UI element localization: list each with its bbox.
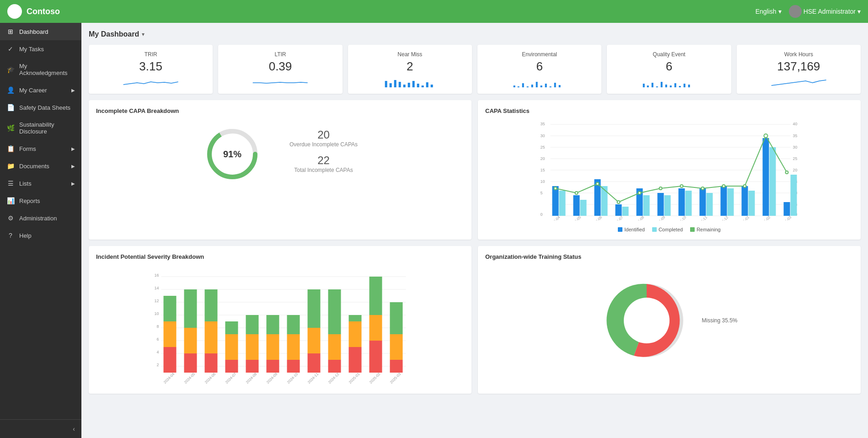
chevron-down-icon[interactable]: ▾: [142, 31, 145, 37]
kpi-card-quality-event[interactable]: Quality Event 6: [607, 45, 731, 94]
svg-rect-145: [287, 360, 300, 373]
topnav-right: English ▾ HSE Administrator ▾: [755, 5, 861, 18]
top-navigation: Contoso English ▾ HSE Administrator ▾: [0, 0, 868, 23]
svg-rect-14: [522, 83, 524, 87]
capa-breakdown-card: Incomplete CAPA Breakdown 91% 20 Overdue…: [89, 100, 472, 240]
svg-rect-63: [552, 186, 559, 216]
svg-rect-3: [394, 80, 396, 87]
missing-label: Missing 35.5%: [702, 317, 737, 324]
svg-rect-31: [679, 86, 681, 87]
sidebar-item-reports[interactable]: 📊 Reports: [0, 192, 81, 209]
svg-rect-127: [164, 347, 177, 373]
breadcrumb: My Dashboard ▾: [89, 30, 861, 38]
svg-rect-32: [684, 84, 686, 87]
sidebar-item-lists[interactable]: ☰ Lists ▶: [0, 175, 81, 192]
svg-rect-2: [389, 83, 391, 87]
svg-rect-129: [164, 296, 177, 321]
svg-rect-65: [573, 195, 580, 216]
user-menu[interactable]: HSE Administrator ▾: [789, 5, 861, 18]
language-selector[interactable]: English ▾: [755, 8, 782, 15]
svg-text:6: 6: [156, 337, 159, 342]
incident-severity-chart: 16 14 12 10 8 6 4 2: [96, 266, 464, 385]
svg-rect-1: [385, 81, 387, 87]
kpi-card-environmental[interactable]: Environmental 6: [477, 45, 601, 94]
capa-breakdown-title: Incomplete CAPA Breakdown: [96, 107, 464, 114]
tasks-icon: ✓: [6, 45, 15, 53]
app-logo[interactable]: [7, 4, 22, 19]
kpi-card-ltir[interactable]: LTIR 0.39: [218, 45, 342, 94]
svg-rect-23: [643, 84, 645, 87]
capa-statistics-legend: Identified Completed Remaining: [485, 227, 853, 232]
main-content: My Dashboard ▾ TRIR 3.15 LTIR 0.39 Near …: [81, 23, 868, 438]
svg-rect-161: [390, 334, 403, 360]
sidebar-item-my-career[interactable]: 👤 My Career ▶: [0, 81, 81, 99]
reports-icon: 📊: [6, 197, 15, 204]
svg-rect-76: [686, 191, 692, 216]
svg-rect-128: [164, 321, 177, 347]
kpi-environmental-label: Environmental: [522, 51, 557, 58]
svg-text:2024-09: 2024-09: [266, 372, 279, 385]
kpi-trir-value: 3.15: [139, 59, 162, 74]
sidebar-item-forms[interactable]: 📋 Forms ▶: [0, 140, 81, 157]
kpi-near-miss-label: Near Miss: [397, 51, 422, 58]
svg-text:2024-08: 2024-08: [245, 372, 258, 385]
svg-rect-148: [308, 353, 321, 373]
sidebar-item-my-acknowledgments[interactable]: 🎓 My Acknowledgments: [0, 58, 81, 81]
svg-rect-137: [225, 334, 238, 360]
svg-rect-84: [770, 147, 776, 216]
svg-text:2024-04: 2024-04: [163, 372, 176, 385]
sidebar-item-sustainability-disclosure[interactable]: 🌿 Sustainability Disclosure: [0, 116, 81, 140]
app-body: ⊞ Dashboard ✓ My Tasks 🎓 My Acknowledgme…: [0, 23, 868, 438]
svg-rect-4: [398, 82, 401, 87]
kpi-ltir-sparkline: [224, 76, 337, 89]
svg-text:2024-12: 2024-12: [327, 372, 340, 385]
svg-rect-66: [580, 200, 587, 216]
svg-point-98: [786, 171, 788, 174]
svg-point-94: [702, 187, 704, 190]
svg-rect-134: [205, 321, 218, 353]
sds-icon: 📄: [6, 104, 15, 111]
kpi-cards-row: TRIR 3.15 LTIR 0.39 Near Miss 2: [89, 45, 861, 94]
kpi-work-hours-sparkline: [742, 76, 855, 89]
svg-rect-64: [559, 191, 566, 216]
svg-text:2025-01: 2025-01: [348, 372, 361, 385]
identified-dot: [618, 227, 622, 232]
svg-text:30: 30: [541, 134, 545, 138]
svg-rect-155: [349, 321, 362, 347]
svg-rect-142: [267, 360, 279, 373]
training-donut-chart: [601, 275, 692, 366]
svg-rect-150: [308, 289, 321, 328]
svg-text:4: 4: [156, 350, 159, 354]
overdue-label: Overdue Incomplete CAPAs: [289, 141, 358, 148]
svg-rect-12: [514, 85, 515, 87]
sidebar-item-help[interactable]: ? Help: [0, 227, 81, 244]
sidebar-collapse-button[interactable]: ‹: [0, 419, 81, 438]
svg-rect-7: [412, 81, 414, 87]
svg-point-176: [624, 298, 670, 343]
kpi-card-near-miss[interactable]: Near Miss 2: [348, 45, 472, 94]
svg-point-95: [723, 185, 725, 187]
svg-rect-6: [407, 83, 410, 87]
svg-point-89: [596, 182, 599, 185]
svg-rect-10: [426, 82, 428, 87]
svg-rect-80: [728, 188, 734, 216]
sidebar-item-my-tasks[interactable]: ✓ My Tasks: [0, 40, 81, 58]
svg-rect-77: [700, 188, 706, 216]
sidebar-item-administration[interactable]: ⚙ Administration: [0, 209, 81, 227]
svg-rect-85: [784, 202, 790, 216]
svg-rect-139: [246, 360, 259, 373]
svg-rect-75: [679, 188, 685, 216]
sidebar-item-dashboard[interactable]: ⊞ Dashboard: [0, 23, 81, 40]
incident-severity-card: Incident Potential Severity Breakdown 16…: [89, 246, 472, 394]
svg-rect-17: [536, 82, 538, 87]
svg-rect-20: [550, 86, 552, 87]
kpi-card-work-hours[interactable]: Work Hours 137,169: [737, 45, 861, 94]
svg-rect-19: [545, 84, 547, 87]
sidebar-item-documents[interactable]: 📁 Documents ▶: [0, 157, 81, 175]
sidebar-item-safety-data-sheets[interactable]: 📄 Safety Data Sheets: [0, 99, 81, 116]
svg-rect-158: [370, 315, 382, 341]
svg-rect-132: [184, 289, 197, 328]
kpi-card-trir[interactable]: TRIR 3.15: [89, 45, 213, 94]
svg-rect-147: [287, 315, 300, 334]
svg-text:2025-02: 2025-02: [369, 372, 381, 385]
